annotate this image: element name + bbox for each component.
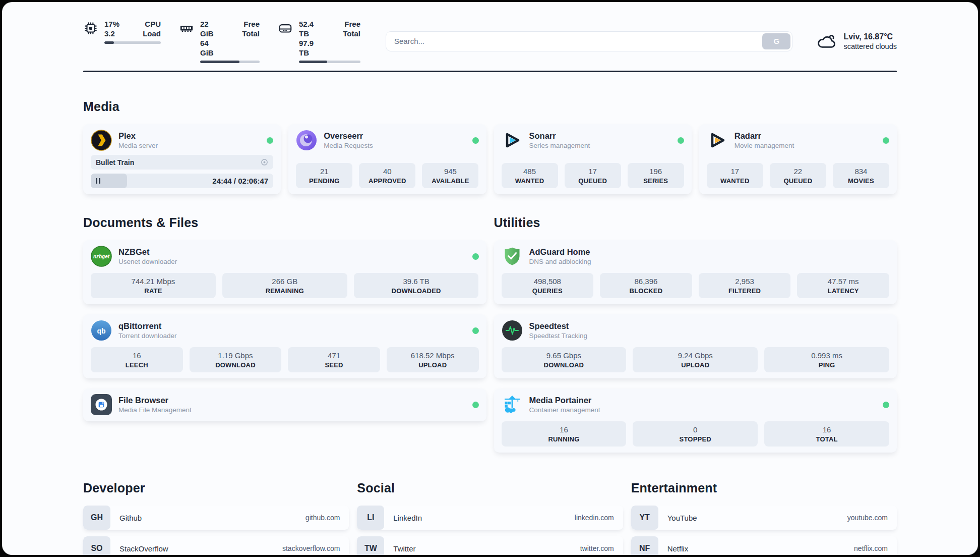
bookmark-badge: GH — [83, 506, 110, 530]
section-title-social: Social — [357, 481, 623, 495]
stat-box: 471 SEED — [288, 347, 380, 372]
app-card-sonarr[interactable]: Sonarr Series management 485 WANTED 17 Q… — [494, 124, 692, 194]
stat-label: REMAINING — [224, 287, 345, 295]
cpu-percent: 17% — [104, 19, 119, 29]
status-dot-online — [472, 253, 479, 260]
stat-box: 0 STOPPED — [633, 421, 758, 447]
playback-time: 24:44 / 02:06:47 — [212, 177, 268, 185]
app-card-speedtest[interactable]: Speedtest Speedtest Tracking 9.65 Gbps D… — [494, 314, 897, 378]
status-dot-online — [472, 137, 479, 144]
filebrowser-icon — [91, 394, 112, 415]
bookmark-row-stackoverflow[interactable]: SO StackOverflow stackoverflow.com — [83, 536, 349, 555]
stat-box: 16 LEECH — [91, 347, 183, 372]
memory-total-value: 64 GiB — [200, 38, 224, 58]
stat-box: 16 RUNNING — [502, 421, 627, 447]
stat-box: 9.65 Gbps DOWNLOAD — [502, 347, 627, 372]
status-dot-online — [472, 402, 479, 408]
bookmark-name: Twitter — [393, 544, 415, 553]
stat-box: 21 PENDING — [296, 163, 352, 188]
memory-label-top: Free — [243, 19, 260, 29]
section-title-developer: Developer — [83, 481, 349, 495]
dashboard-page: 17% 3.2 CPU Load — [2, 2, 978, 555]
stat-box: 0.993 ms PING — [764, 347, 889, 372]
app-desc: Movie management — [734, 141, 794, 150]
stat-label: RUNNING — [504, 435, 625, 443]
search-input[interactable] — [388, 33, 762, 49]
app-card-filebrowser[interactable]: File Browser Media File Management — [83, 388, 486, 421]
bookmark-row-twitter[interactable]: TW Twitter twitter.com — [357, 536, 623, 555]
bookmark-row-linkedin[interactable]: LI LinkedIn linkedin.com — [357, 506, 623, 530]
app-card-radarr[interactable]: Radarr Movie management 17 WANTED 22 QUE… — [699, 124, 897, 194]
stat-label: RATE — [93, 287, 214, 295]
search-engine-button[interactable]: G — [762, 33, 790, 49]
header-divider — [83, 71, 897, 72]
disk-progress-bar — [299, 61, 360, 63]
stat-value: 1.19 Gbps — [192, 351, 280, 361]
stat-value: 16 — [504, 425, 625, 435]
cpu-icon — [83, 21, 98, 36]
bookmark-badge: YT — [631, 506, 658, 530]
memory-icon — [179, 21, 194, 36]
stat-box: 2,953 FILTERED — [699, 273, 791, 298]
bookmark-row-youtube[interactable]: YT YouTube youtube.com — [631, 506, 897, 530]
app-name: AdGuard Home — [529, 247, 591, 257]
svg-text:nzbget: nzbget — [93, 254, 110, 259]
stat-value: 0.993 ms — [766, 351, 887, 361]
stat-value: 16 — [766, 425, 887, 435]
cpu-label-bottom: Load — [143, 29, 161, 38]
app-name: File Browser — [118, 395, 192, 406]
stat-value: 86,396 — [602, 276, 690, 287]
stat-box: 266 GB REMAINING — [222, 273, 347, 298]
stat-box: 22 QUEUED — [770, 163, 826, 188]
weather-widget[interactable]: Lviv, 16.87°C scattered clouds — [816, 31, 897, 52]
memory-metric: 22 GiB 64 GiB Free Total — [179, 19, 260, 63]
status-dot-online — [678, 137, 684, 144]
disk-metric: 52.4 TB 97.9 TB Free Total — [278, 19, 360, 63]
stat-value: 2,953 — [701, 276, 789, 287]
stat-box: 485 WANTED — [502, 163, 558, 188]
stat-box: 16 TOTAL — [764, 421, 889, 447]
sonarr-icon — [502, 130, 523, 151]
app-card-adguard[interactable]: AdGuard Home DNS and adblocking 498,508 … — [494, 240, 897, 304]
stat-value: 485 — [504, 166, 556, 177]
stat-box: 9.24 Gbps UPLOAD — [633, 347, 758, 372]
app-card-nzbget[interactable]: nzbget NZBGet Usenet downloader 744.21 M… — [83, 240, 486, 304]
adguard-icon — [502, 246, 523, 267]
app-desc: Media server — [118, 141, 158, 150]
app-card-overseerr[interactable]: Overseerr Media Requests 21 PENDING 40 A… — [288, 124, 486, 194]
speedtest-icon — [502, 320, 523, 341]
stat-value: 744.21 Mbps — [93, 276, 214, 287]
stat-value: 22 — [772, 166, 824, 177]
section-title-utilities: Utilities — [494, 215, 897, 230]
bookmark-domain: netflix.com — [854, 544, 888, 552]
app-card-plex[interactable]: Plex Media server Bullet Train 24:44 / 0… — [83, 124, 281, 194]
pause-button[interactable] — [96, 178, 100, 184]
section-title-files: Documents & Files — [83, 215, 486, 230]
bookmark-badge: NF — [631, 536, 658, 555]
stat-label: FILTERED — [701, 287, 789, 295]
stat-label: TOTAL — [766, 435, 887, 443]
stat-label: LEECH — [93, 361, 181, 369]
stat-value: 17 — [567, 166, 619, 177]
bookmark-name: LinkedIn — [393, 514, 422, 522]
stat-label: MOVIES — [835, 177, 887, 185]
bookmark-row-netflix[interactable]: NF Netflix netflix.com — [631, 536, 897, 555]
plex-icon — [91, 130, 112, 151]
stat-box: 1.19 Gbps DOWNLOAD — [190, 347, 282, 372]
bookmark-row-github[interactable]: GH Github github.com — [83, 506, 349, 530]
bookmark-domain: github.com — [305, 514, 340, 522]
stat-label: DOWNLOAD — [192, 361, 280, 369]
stat-label: APPROVED — [361, 177, 413, 185]
bookmark-name: StackOverflow — [119, 544, 168, 553]
stat-label: BLOCKED — [602, 287, 690, 295]
svg-text:qb: qb — [97, 327, 105, 335]
app-card-portainer[interactable]: Media Portainer Container management 16 … — [494, 388, 897, 453]
status-dot-online — [267, 137, 273, 144]
app-card-qbittorrent[interactable]: qb qBittorrent Torrent downloader 16 LEE… — [83, 314, 486, 378]
cpu-load-value: 3.2 — [104, 29, 119, 38]
stat-box: 86,396 BLOCKED — [600, 273, 692, 298]
portainer-icon — [502, 394, 523, 415]
stat-label: DOWNLOAD — [504, 361, 625, 369]
stat-box: 47.57 ms LATENCY — [797, 273, 889, 298]
stat-label: LATENCY — [799, 287, 887, 295]
